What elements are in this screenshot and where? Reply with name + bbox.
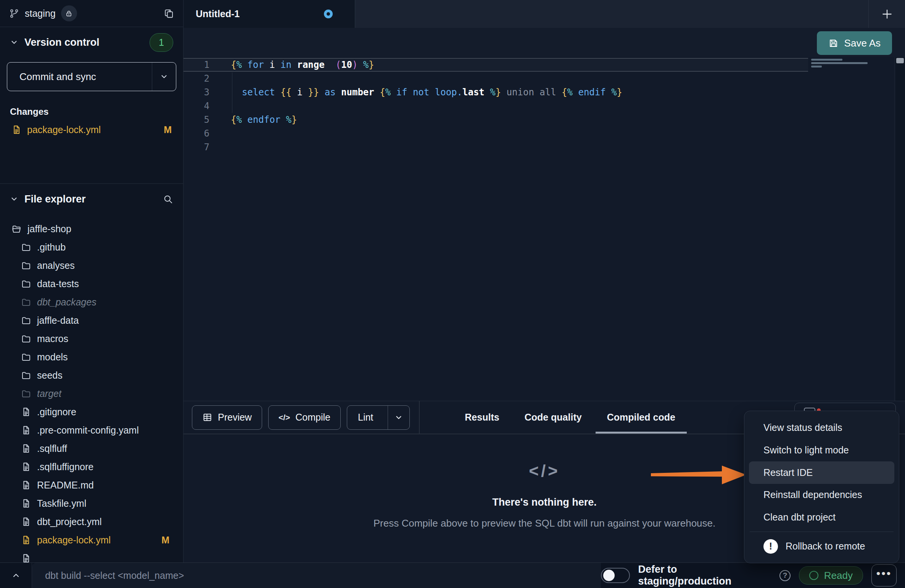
lock-icon [65,10,72,17]
unsaved-changes-dot [324,10,333,18]
lint-split-button[interactable]: Lint [347,405,410,430]
table-grid-icon [202,412,213,423]
dbt-ide-app: staging Version control 1 Commit and syn… [0,0,905,588]
save-as-button[interactable]: Save As [817,31,892,55]
version-control-header[interactable]: Version control 1 [0,27,183,58]
file-icon [21,443,31,454]
menu-item-label: Clean dbt project [763,512,836,523]
ready-label: Ready [824,570,853,582]
question-circle-icon[interactable]: ? [779,570,791,581]
empty-state-subtitle: Press Compile above to preview the SQL d… [308,517,781,529]
code-line-5[interactable]: {% endfor %} [231,113,622,127]
commit-options-chevron[interactable] [152,63,176,91]
scrollbar-thumb[interactable] [896,58,904,63]
lint-label[interactable]: Lint [347,406,382,429]
copy-branch-icon[interactable] [164,8,174,19]
lint-options-chevron[interactable] [388,406,409,429]
defer-toggle[interactable] [601,568,630,583]
file-icon [21,517,31,527]
menu-divider [750,532,894,532]
code-line-7[interactable] [231,140,622,154]
tree-item-label: target [37,388,61,399]
tree-item-analyses[interactable]: analyses [0,256,183,275]
tree-item-label: macros [37,333,68,344]
more-options-button[interactable]: ••• [871,564,897,586]
line-number-gutter: 1234567 [184,58,209,154]
version-control-title: Version control [24,37,100,48]
toggle-knob [603,570,615,581]
modified-status-badge: M [164,124,172,135]
tree-item-label: package-lock.yml [37,535,111,546]
changed-file-row[interactable]: package-lock.yml M [0,121,183,138]
search-icon[interactable] [163,194,173,204]
minimap[interactable] [808,57,895,401]
command-input[interactable]: dbt build --select <model_name> [32,563,601,588]
code-line-2[interactable] [231,72,622,85]
tree-item-label: README.md [37,480,94,491]
branch-name[interactable]: staging [25,8,56,19]
file-icon [11,125,22,135]
commit-and-sync-button[interactable]: Commit and sync [7,62,176,91]
code-line-1[interactable]: {% for i in range (10) %} [231,58,622,72]
code-line-3[interactable]: select {{ i }} as number {% if not loop.… [231,85,622,99]
tree-item-label: .gitignore [37,406,76,418]
folder-icon [21,370,31,381]
tree-item-label: dbt_packages [37,297,97,308]
tree-item--sqlfluffignore[interactable]: .sqlfluffignore [0,458,183,476]
tree-item-macros[interactable]: macros [0,329,183,348]
defer-label: Defer to staging/production [638,564,771,587]
tree-item--sqlfluff[interactable]: .sqlfluff [0,439,183,458]
editor-scrollbar[interactable] [895,57,905,401]
file-icon [21,425,31,435]
collapse-panel-button[interactable] [0,563,32,588]
tree-item-label: seeds [37,370,63,381]
code-lines[interactable]: {% for i in range (10) %} select {{ i }}… [231,58,622,154]
tree-item-models[interactable]: models [0,348,183,366]
menu-item-reinstall-dependencies[interactable]: Reinstall dependencies [749,484,894,506]
tree-item-clipped[interactable] [0,549,183,563]
compile-button[interactable]: </> Compile [268,405,341,430]
plus-icon [881,8,894,21]
preview-button[interactable]: Preview [192,405,262,430]
tree-item-label: .sqlfluffignore [37,461,93,472]
menu-item-switch-to-light-mode[interactable]: Switch to light mode [749,439,894,461]
tab-results[interactable]: Results [465,401,499,434]
tree-item--gitignore[interactable]: .gitignore [0,403,183,421]
tab-untitled-1[interactable]: Untitled-1 [184,0,355,28]
commit-and-sync-label: Commit and sync [7,71,96,83]
tree-item-data-tests[interactable]: data-tests [0,275,183,293]
tab-compiled-code[interactable]: Compiled code [607,401,675,434]
menu-item-rollback-to-remote[interactable]: !Rollback to remote [749,535,894,557]
new-tab-button[interactable] [869,0,905,28]
status-context-menu: View status detailsSwitch to light modeR… [744,411,899,563]
code-editor[interactable]: 1234567 {% for i in range (10) %} select… [184,57,905,401]
ready-status-badge: Ready [799,566,863,585]
tree-item--github[interactable]: .github [0,238,183,256]
tree-item-taskfile-yml[interactable]: Taskfile.yml [0,494,183,512]
menu-item-clean-dbt-project[interactable]: Clean dbt project [749,506,894,529]
tree-item-seeds[interactable]: seeds [0,366,183,384]
tree-item-label: models [37,352,68,363]
menu-item-view-status-details[interactable]: View status details [749,416,894,439]
tree-item-jaffle-shop[interactable]: jaffle-shop [0,220,183,238]
tree-item-target[interactable]: target [0,384,183,403]
file-icon [21,535,31,545]
tree-item-dbt-project-yml[interactable]: dbt_project.yml [0,512,183,531]
code-line-6[interactable] [231,127,622,140]
tree-item-label: dbt_project.yml [37,516,102,527]
tree-item-readme-md[interactable]: README.md [0,476,183,494]
tree-item-package-lock-yml[interactable]: package-lock.ymlM [0,531,183,549]
code-line-4[interactable] [231,99,622,113]
tab-code-quality[interactable]: Code quality [525,401,582,434]
tree-item--pre-commit-config-yaml[interactable]: .pre-commit-config.yaml [0,421,183,439]
line-number: 7 [184,140,209,154]
tree-item-dbt-packages[interactable]: dbt_packages [0,293,183,311]
file-icon [21,553,31,563]
file-explorer-header[interactable]: File explorer [0,184,183,214]
file-icon [21,462,31,472]
menu-item-restart-ide[interactable]: Restart IDE [749,461,894,484]
tree-item-jaffle-data[interactable]: jaffle-data [0,311,183,329]
panel-tabs: Results Code quality Compiled code [465,401,675,434]
line-number: 4 [184,99,209,113]
menu-item-label: Rollback to remote [786,541,865,552]
